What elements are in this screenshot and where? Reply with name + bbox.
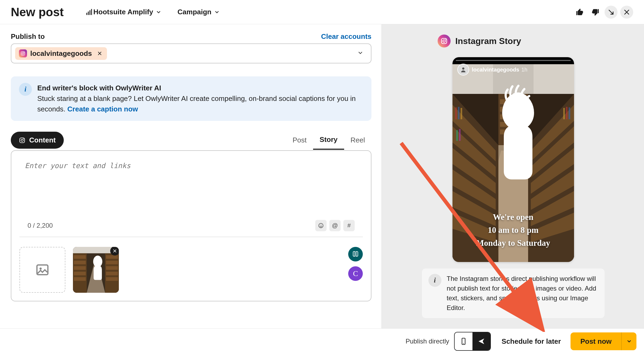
preview-panel: Instagram Story localvintagegoods 1h [382, 24, 644, 328]
svg-rect-30 [83, 284, 109, 291]
svg-rect-48 [458, 107, 459, 119]
story-username: localvintagegoods [472, 67, 519, 73]
page-title: New post [11, 5, 64, 19]
clear-accounts-link[interactable]: Clear accounts [321, 32, 371, 41]
svg-rect-59 [569, 107, 570, 119]
mention-button[interactable]: @ [329, 220, 341, 231]
svg-rect-60 [566, 107, 568, 119]
svg-point-9 [23, 138, 24, 139]
create-caption-link[interactable]: Create a caption now [67, 105, 138, 113]
preview-info-note: i The Instagram stories direct publishin… [422, 268, 605, 318]
chevron-down-icon [214, 9, 220, 15]
remove-account-button[interactable] [96, 50, 103, 57]
chevron-down-icon [626, 339, 632, 344]
tab-post[interactable]: Post [286, 131, 313, 149]
media-library-button[interactable] [348, 247, 363, 261]
svg-rect-27 [106, 272, 118, 275]
mobile-notification-option[interactable] [455, 332, 472, 350]
tab-story[interactable]: Story [313, 131, 344, 150]
hashtag-button[interactable]: # [343, 220, 355, 231]
post-now-split-button: Post now [571, 332, 636, 350]
instagram-icon [19, 137, 25, 144]
emoji-button[interactable] [315, 220, 327, 231]
content-tab[interactable]: Content [11, 132, 64, 149]
compose-panel: Publish to Clear accounts localvintagego… [0, 24, 382, 328]
char-count: 0 / 2,200 [28, 222, 53, 229]
svg-rect-1 [88, 11, 89, 15]
header-bar: New post Hootsuite Amplify Campaign [0, 0, 644, 24]
info-icon: i [19, 83, 32, 96]
thumbs-up-button[interactable] [573, 6, 586, 19]
instagram-icon [438, 35, 451, 47]
svg-point-33 [445, 39, 446, 40]
account-dropdown-toggle[interactable] [354, 50, 367, 57]
svg-rect-49 [461, 108, 462, 119]
svg-rect-47 [455, 107, 457, 119]
preview-note-text: The Instagram stories direct publishing … [447, 274, 598, 313]
svg-point-5 [22, 53, 24, 54]
footer-bar: Publish directly Schedule for later Post… [0, 328, 644, 354]
story-overlay-text: We're open 10 am to 8 pm Monday to Satur… [452, 211, 574, 250]
story-preview: localvintagegoods 1h [452, 57, 574, 262]
minimize-button[interactable] [605, 6, 618, 19]
canva-button[interactable]: C [348, 266, 363, 281]
svg-rect-61 [563, 108, 565, 119]
svg-rect-2 [89, 10, 90, 15]
story-text-line1: We're open [452, 211, 574, 224]
campaign-label: Campaign [177, 8, 212, 16]
amplify-dropdown[interactable]: Hootsuite Amplify [77, 5, 167, 19]
svg-rect-22 [74, 277, 86, 281]
info-icon: i [428, 274, 441, 287]
svg-point-32 [443, 40, 445, 42]
account-selector[interactable]: localvintagegoods [11, 43, 371, 63]
direct-publish-option[interactable] [472, 332, 490, 350]
svg-rect-25 [106, 261, 118, 264]
post-now-dropdown[interactable] [621, 332, 636, 350]
preview-title: Instagram Story [455, 36, 521, 46]
instagram-icon [19, 49, 27, 57]
svg-rect-21 [74, 272, 86, 275]
svg-rect-24 [106, 255, 118, 259]
svg-point-14 [39, 267, 42, 270]
remove-media-button[interactable] [110, 247, 119, 256]
editor-card: 0 / 2,200 @ # [11, 150, 371, 301]
publish-to-label: Publish to [11, 32, 45, 41]
svg-rect-26 [106, 266, 118, 270]
phone-icon [460, 338, 467, 345]
amplify-label: Hootsuite Amplify [93, 8, 153, 16]
account-chip: localvintagegoods [15, 47, 107, 60]
send-icon [478, 338, 485, 345]
publish-directly-label: Publish directly [405, 338, 449, 345]
book-icon [352, 251, 359, 258]
caption-input[interactable] [19, 159, 363, 216]
svg-rect-51 [459, 129, 461, 141]
account-name: localvintagegoods [30, 49, 92, 58]
svg-rect-3 [91, 9, 92, 15]
svg-point-10 [319, 223, 323, 228]
publish-mode-toggle[interactable] [454, 332, 491, 351]
svg-rect-19 [74, 261, 86, 264]
close-button[interactable] [620, 6, 633, 19]
story-progress-bar [456, 60, 571, 61]
svg-point-11 [320, 225, 320, 225]
story-text-line2: 10 am to 8 pm [452, 224, 574, 237]
svg-point-12 [321, 225, 322, 225]
svg-point-8 [21, 139, 23, 141]
media-thumbnail[interactable] [73, 247, 119, 293]
avatar [457, 64, 469, 76]
svg-rect-50 [456, 130, 458, 141]
thumbs-down-button[interactable] [589, 6, 602, 19]
amplify-icon [83, 8, 90, 16]
chevron-down-icon [156, 9, 161, 15]
owlywriter-banner: i End writer's block with OwlyWriter AI … [11, 76, 371, 121]
svg-rect-28 [106, 277, 118, 281]
svg-point-6 [24, 52, 24, 53]
tab-reel[interactable]: Reel [344, 131, 371, 149]
svg-point-69 [463, 343, 464, 344]
svg-rect-20 [74, 266, 86, 270]
schedule-for-later-button[interactable]: Schedule for later [502, 337, 561, 346]
campaign-dropdown[interactable]: Campaign [172, 5, 225, 19]
content-tab-label: Content [29, 136, 56, 144]
add-media-button[interactable] [19, 247, 65, 293]
post-now-button[interactable]: Post now [571, 332, 621, 350]
